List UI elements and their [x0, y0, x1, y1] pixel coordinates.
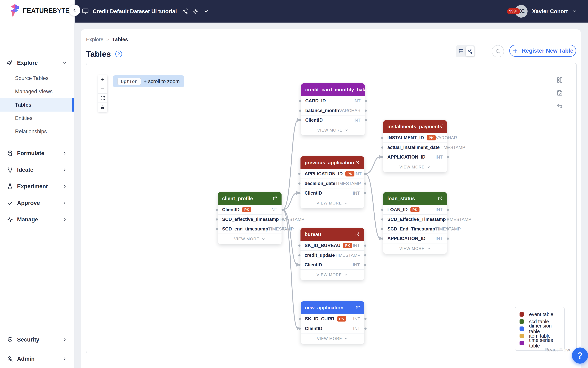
- collapse-sidebar-button[interactable]: [69, 5, 80, 16]
- column-row-ClientID: ClientIDINT: [301, 323, 364, 333]
- view-more-button[interactable]: VIEW MORE: [383, 243, 447, 254]
- column-name: SCD_end_timestamp: [222, 226, 268, 232]
- column-type: INT: [353, 98, 361, 103]
- search-button[interactable]: [492, 45, 504, 57]
- sidebar-item-entities[interactable]: Entities: [0, 111, 74, 125]
- option-key-chip: Option: [117, 78, 141, 85]
- column-row-APPLICATION_ID: APPLICATION_IDINT: [383, 152, 447, 162]
- view-more-button[interactable]: VIEW MORE: [218, 234, 282, 244]
- breadcrumb-explore[interactable]: Explore: [86, 37, 103, 42]
- external-link-icon[interactable]: [355, 232, 360, 237]
- sidebar-item-approve[interactable]: Approve: [0, 197, 74, 208]
- node-header[interactable]: bureau: [301, 228, 364, 241]
- table-node-credit_card_monthly_balance[interactable]: credit_card_monthly_balanceCARD_IDINTbal…: [301, 83, 365, 135]
- column-type: INT: [355, 171, 362, 176]
- external-link-icon[interactable]: [437, 196, 443, 201]
- column-row-credit_update: credit_updateTIMESTAMP: [301, 250, 364, 260]
- page-title: Tables: [86, 49, 111, 59]
- gear-icon[interactable]: [193, 8, 199, 14]
- register-new-table-button[interactable]: Register New Table: [509, 45, 576, 57]
- zoom-out-button[interactable]: [98, 84, 107, 94]
- page-help-icon[interactable]: ?: [115, 51, 122, 57]
- sidebar-item-label: Experiment: [17, 183, 48, 190]
- legend-label: event table: [529, 312, 553, 317]
- chevron-right-icon: [62, 167, 67, 172]
- table-node-installments_payments[interactable]: installments_paymentsINSTALMENT_IDPKVARC…: [383, 120, 447, 172]
- column-type: INT: [353, 262, 360, 267]
- sidebar-item-security[interactable]: Security: [0, 334, 74, 345]
- sidebar-item-relationships[interactable]: Relationships: [0, 125, 74, 138]
- node-header[interactable]: credit_card_monthly_balance: [301, 83, 365, 96]
- column-name: ClientID: [305, 262, 322, 267]
- column-row-ClientID: ClientIDINT: [301, 260, 364, 269]
- sidebar-menu: ExploreSource TablesManaged ViewsTablesE…: [0, 57, 74, 225]
- lock-icon[interactable]: [98, 103, 107, 112]
- node-title: client_profile: [222, 196, 253, 202]
- view-more-button[interactable]: VIEW MORE: [301, 269, 364, 280]
- undo-icon[interactable]: [556, 102, 563, 109]
- zoom-in-button[interactable]: [98, 75, 107, 84]
- featurebyte-logo[interactable]: FEATUREBYTE: [0, 0, 74, 18]
- save-layout-icon[interactable]: [556, 90, 563, 96]
- sidebar-item-formulate[interactable]: Formulate: [0, 148, 74, 159]
- column-row-SCD_end_timestamp: SCD_end_timestampTIMESTAMP: [218, 224, 282, 234]
- external-link-icon[interactable]: [355, 160, 360, 165]
- node-title: bureau: [305, 232, 321, 237]
- sidebar-item-tables[interactable]: Tables: [0, 98, 74, 111]
- sidebar-item-manage[interactable]: Manage: [0, 214, 74, 225]
- chevron-down-icon[interactable]: [203, 8, 209, 14]
- external-link-icon[interactable]: [442, 124, 443, 129]
- node-header[interactable]: previous_application: [301, 156, 364, 169]
- tables-flow-canvas[interactable]: credit_card_monthly_balanceCARD_IDINTbal…: [86, 63, 577, 353]
- sidebar-item-experiment[interactable]: Experiment: [0, 181, 74, 192]
- node-header[interactable]: loan_status: [383, 192, 447, 205]
- external-link-icon[interactable]: [355, 305, 360, 310]
- table-view-button[interactable]: [457, 46, 466, 56]
- column-name: decision_date: [305, 181, 335, 186]
- node-title: loan_status: [387, 196, 415, 202]
- react-flow-attribution[interactable]: React Flow: [544, 347, 570, 353]
- view-more-button[interactable]: VIEW MORE: [301, 198, 364, 208]
- table-node-loan_status[interactable]: loan_statusLOAN_IDPKINTSCD_Effective_Tim…: [383, 192, 447, 254]
- sidebar-item-label: Manage: [17, 216, 38, 223]
- sidebar-item-label: Formulate: [17, 150, 45, 156]
- table-node-client_profile[interactable]: client_profileClientIDPKINTSCD_effective…: [218, 192, 282, 244]
- auto-layout-icon[interactable]: [556, 76, 563, 83]
- sidebar-item-source-tables[interactable]: Source Tables: [0, 72, 74, 85]
- monitor-icon: [82, 8, 89, 15]
- legend-swatch: [519, 334, 524, 338]
- sidebar-item-ideate[interactable]: Ideate: [0, 164, 74, 175]
- zoom-hint: Option + scroll to zoom: [113, 75, 184, 87]
- chevron-right-icon: [62, 151, 67, 156]
- external-link-icon[interactable]: [272, 196, 277, 201]
- telescope-icon: [7, 60, 13, 66]
- sidebar-item-label: Explore: [17, 60, 38, 66]
- table-node-new_application[interactable]: new_applicationSK_ID_CURRPKINTClientIDIN…: [301, 301, 364, 344]
- sidebar-item-admin[interactable]: Admin: [0, 353, 74, 364]
- user-menu-chevron-icon[interactable]: [572, 9, 577, 14]
- column-row-SK_ID_BUREAU: SK_ID_BUREAUPKINT: [301, 241, 364, 250]
- table-node-previous_application[interactable]: previous_applicationAPPLICATION_IDPKINTd…: [301, 156, 364, 208]
- graph-view-button[interactable]: [466, 46, 474, 56]
- column-type: INT: [436, 155, 443, 160]
- sidebar-item-explore[interactable]: Explore: [0, 57, 74, 68]
- view-more-button[interactable]: VIEW MORE: [301, 333, 364, 344]
- column-type: TIMESTAMP: [279, 217, 304, 222]
- node-header[interactable]: client_profile: [218, 192, 282, 205]
- node-header[interactable]: new_application: [301, 301, 364, 314]
- column-type: INT: [353, 191, 360, 196]
- column-row-INSTALMENT_ID: INSTALMENT_IDPKVARCHAR: [383, 133, 447, 142]
- fit-view-button[interactable]: [98, 94, 107, 103]
- sidebar: FEATUREBYTE ExploreSource TablesManaged …: [0, 0, 75, 368]
- view-more-button[interactable]: VIEW MORE: [301, 125, 365, 135]
- check-icon: [7, 200, 13, 206]
- share-icon[interactable]: [182, 8, 188, 14]
- column-type: TIMESTAMP: [440, 145, 465, 150]
- column-type: TIMESTAMP: [435, 226, 461, 232]
- table-node-bureau[interactable]: bureauSK_ID_BUREAUPKINTcredit_updateTIME…: [301, 228, 364, 280]
- sidebar-item-managed-views[interactable]: Managed Views: [0, 85, 74, 98]
- node-header[interactable]: installments_payments: [383, 120, 447, 133]
- column-name: SCD_effective_timestamp: [222, 217, 279, 222]
- help-fab-button[interactable]: ?: [572, 348, 588, 364]
- view-more-button[interactable]: VIEW MORE: [383, 162, 447, 172]
